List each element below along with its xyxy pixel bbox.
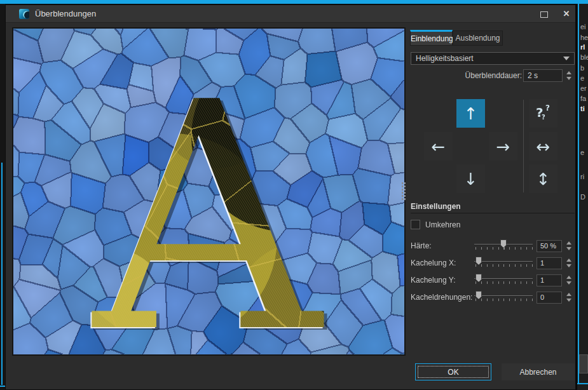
- kachelung-x-value[interactable]: 1: [537, 257, 562, 269]
- arrow-left-icon: ←: [432, 137, 446, 156]
- kachelung-x-slider[interactable]: [474, 257, 533, 269]
- edge-fragment: fa: [580, 95, 586, 102]
- pad-up-button[interactable]: ↑: [456, 99, 485, 128]
- splitter-grip[interactable]: [400, 181, 406, 200]
- edge-fragment: e: [580, 74, 584, 82]
- dialog-title: Überblendungen: [35, 9, 96, 18]
- edge-fragment: ble: [580, 53, 588, 61]
- kacheldrehungen-value[interactable]: 0: [537, 292, 562, 304]
- kacheldrehungen-slider[interactable]: [474, 292, 533, 303]
- kachelung-x-label: Kachelung X:: [411, 259, 456, 267]
- haerte-slider[interactable]: [474, 240, 533, 252]
- background-window-left-edge: [0, 4, 5, 390]
- edge-fragment: ei: [580, 23, 586, 30]
- kachelung-y-slider[interactable]: [474, 274, 533, 286]
- background-window-left-accent: [1, 163, 3, 385]
- haerte-label: Härte:: [411, 241, 432, 250]
- pad-divider: [523, 100, 524, 192]
- pad-down-button[interactable]: ↓: [456, 165, 485, 193]
- kacheldrehungen-label: Kacheldrehungen:: [411, 293, 472, 302]
- settings-divider: [411, 213, 575, 213]
- kacheldrehungen-spinner[interactable]: [565, 291, 573, 304]
- arrow-vertical-icon: ↕: [537, 170, 550, 189]
- background-window-partial-button: [579, 354, 588, 373]
- background-window-top-border: [0, 0, 588, 4]
- invert-label: Umkehren: [425, 220, 460, 229]
- pad-right-button[interactable]: →: [489, 132, 517, 161]
- arrow-horizontal-icon: ↔: [537, 137, 550, 156]
- preview-frame: [12, 27, 406, 356]
- cancel-button[interactable]: Abbrechen: [502, 363, 575, 380]
- edge-fragment: er: [580, 84, 587, 92]
- arrow-down-icon: ↓: [464, 170, 478, 189]
- spin-up-icon[interactable]: [566, 71, 571, 74]
- close-button[interactable]: ✕: [560, 8, 573, 20]
- spin-down-icon[interactable]: [566, 77, 571, 80]
- kachelung-x-spinner[interactable]: [565, 257, 573, 269]
- background-window-right-edge: eiherlblebeerfatieriD: [577, 4, 588, 390]
- arrow-up-icon: ↑: [464, 104, 478, 123]
- pad-left-button[interactable]: ←: [424, 132, 453, 161]
- background-window-right-accent: [578, 4, 579, 383]
- settings-header: Einstellungen: [411, 202, 461, 211]
- maximize-button[interactable]: [540, 11, 548, 18]
- pad-horizontal-button[interactable]: ↔: [529, 132, 557, 161]
- dropdown-value: Helligkeitsbasiert: [416, 54, 474, 63]
- edge-fragment: ti: [580, 105, 585, 112]
- background-window-bottom-border: [577, 383, 588, 384]
- edge-fragment: ri: [580, 173, 584, 180]
- app-icon: [19, 9, 29, 19]
- edge-fragment: e: [580, 149, 584, 156]
- edge-fragment: D: [580, 193, 585, 201]
- duration-spinner[interactable]: [565, 69, 573, 82]
- tab-ausblendung[interactable]: Ausblendung: [453, 30, 503, 46]
- edge-fragment: he: [580, 34, 588, 41]
- kachelung-y-value[interactable]: 1: [537, 274, 562, 286]
- haerte-spinner[interactable]: [565, 239, 573, 252]
- pad-random-button[interactable]: ? ? ?: [529, 99, 557, 128]
- kachelung-y-label: Kachelung Y:: [411, 276, 456, 285]
- preview-image: [13, 29, 404, 354]
- arrow-right-icon: →: [496, 137, 510, 156]
- edge-fragment: rl: [580, 43, 585, 51]
- kachelung-y-spinner[interactable]: [565, 274, 573, 286]
- titlebar[interactable]: Überblendungen ✕: [6, 5, 575, 23]
- tab-einblendung[interactable]: Einblendung: [410, 30, 453, 46]
- duration-label: Überblenddauer:: [411, 71, 522, 80]
- transition-type-dropdown[interactable]: Helligkeitsbasiert: [411, 52, 575, 65]
- haerte-value[interactable]: 50 %: [537, 240, 562, 252]
- ok-button[interactable]: OK: [415, 363, 491, 380]
- chevron-down-icon: [563, 57, 570, 60]
- transitions-dialog: Überblendungen ✕ Einblendung Ausblendung…: [5, 4, 576, 390]
- invert-checkbox[interactable]: [411, 220, 420, 229]
- edge-fragment: b: [580, 64, 584, 72]
- background-window-left-bottom-border: [0, 386, 5, 387]
- duration-field[interactable]: 2 s: [523, 69, 563, 82]
- pad-vertical-button[interactable]: ↕: [529, 165, 557, 193]
